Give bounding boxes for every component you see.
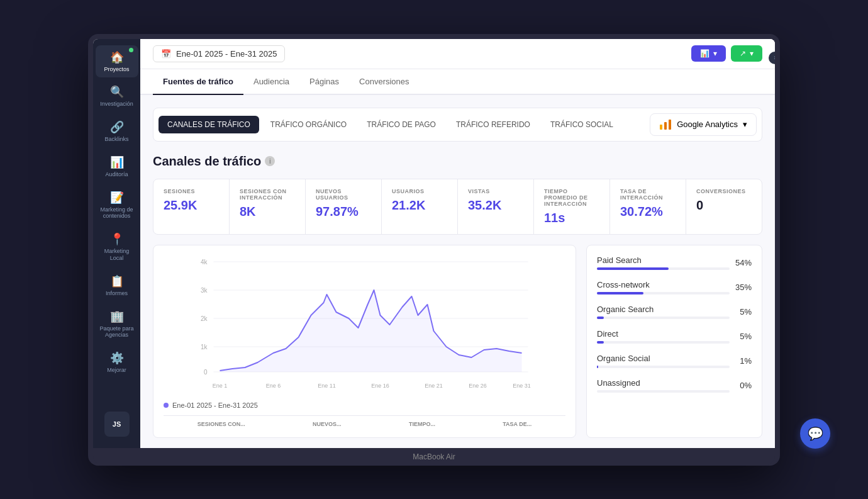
metric-tiempo-label: TIEMPO PROMEDIO DE INTERACCIÓN bbox=[544, 188, 599, 207]
col-tasa: TASA DE... bbox=[503, 421, 531, 427]
chart-icon: 📊 bbox=[700, 49, 709, 58]
metrics-row: SESIONES 25.9K SESIONES CON INTERACCIÓN … bbox=[153, 179, 762, 235]
legend-direct-name: Direct bbox=[597, 329, 730, 339]
legend-paid-search-name: Paid Search bbox=[597, 255, 730, 265]
metric-conversiones-label: CONVERSIONES bbox=[696, 188, 752, 194]
metric-nuevos-usuarios: NUEVOS USUARIOS 97.87% bbox=[306, 179, 382, 234]
home-icon: 🏠 bbox=[110, 50, 124, 64]
analytics-button[interactable]: 📊 ▾ bbox=[691, 45, 726, 62]
sidebar-item-paquete-agencias[interactable]: 🏢 Paquete para Agencias bbox=[96, 305, 138, 344]
tab-fuentes-trafico[interactable]: Fuentes de tráfico bbox=[153, 69, 243, 95]
svg-text:Ene 6: Ene 6 bbox=[266, 383, 281, 389]
metric-tiempo-promedio: TIEMPO PROMEDIO DE INTERACCIÓN 11s bbox=[534, 179, 610, 234]
metric-sesiones-value: 25.9K bbox=[164, 198, 219, 213]
metric-sesiones-interaccion-label: SESIONES CON INTERACCIÓN bbox=[240, 188, 295, 201]
legend-organic-social-bar-wrap bbox=[597, 366, 730, 368]
chart-section: 4k 3k 2k 1k 0 Ene 1 Ene 6 Ene 11 Ene 16 bbox=[153, 245, 762, 438]
share-button[interactable]: ↗ ▾ bbox=[731, 45, 762, 62]
svg-text:0: 0 bbox=[204, 369, 208, 376]
svg-text:1k: 1k bbox=[201, 344, 208, 350]
legend-cross-network-name: Cross-network bbox=[597, 280, 730, 289]
analytics-btn-chevron: ▾ bbox=[713, 49, 717, 58]
metric-sesiones-label: SESIONES bbox=[164, 188, 219, 194]
link-icon: 🔗 bbox=[110, 120, 124, 134]
bottom-table-headers: SESIONES CON... NUEVOS... TIEMPO... TASA… bbox=[164, 415, 565, 427]
legend-direct-pct: 5% bbox=[730, 332, 752, 341]
info-icon[interactable]: i bbox=[265, 156, 275, 166]
legend-paid-search: Paid Search 54% bbox=[597, 255, 752, 270]
legend-cross-network-bar bbox=[597, 292, 643, 294]
legend-paid-search-bar-wrap bbox=[597, 267, 730, 270]
filter-tabs: CANALES DE TRÁFICO TRÁFICO ORGÁNICO TRÁF… bbox=[159, 116, 622, 133]
col-nuevos: NUEVOS... bbox=[313, 421, 342, 427]
legend-organic-social-bar bbox=[597, 366, 598, 368]
sidebar-item-marketing-contenidos[interactable]: 📝 Marketing de contenidos bbox=[96, 186, 138, 225]
svg-text:Ene 1: Ene 1 bbox=[213, 383, 228, 389]
legend-organic-search-name: Organic Search bbox=[597, 305, 730, 314]
sidebar-item-informes[interactable]: 📋 Informes bbox=[96, 269, 138, 302]
sidebar-item-investigacion[interactable]: 🔍 Investigación bbox=[96, 80, 138, 113]
location-icon: 📍 bbox=[110, 232, 124, 246]
metric-usuarios: USUARIOS 21.2K bbox=[382, 179, 458, 234]
filter-trafico-pago[interactable]: TRÁFICO DE PAGO bbox=[358, 116, 445, 133]
search-icon: 🔍 bbox=[110, 85, 124, 99]
sidebar: 🏠 Proyectos 🔍 Investigación 🔗 Backlinks … bbox=[93, 39, 140, 448]
sidebar-item-backlinks[interactable]: 🔗 Backlinks bbox=[96, 115, 138, 148]
analytics-selector-label: Google Analytics bbox=[677, 120, 738, 129]
sidebar-item-proyectos[interactable]: 🏠 Proyectos bbox=[96, 45, 138, 78]
js-badge[interactable]: JS bbox=[104, 412, 130, 437]
svg-text:3k: 3k bbox=[201, 287, 208, 294]
svg-rect-1 bbox=[664, 122, 667, 130]
analytics-selector[interactable]: Google Analytics ▾ bbox=[650, 113, 757, 136]
filter-trafico-social[interactable]: TRÁFICO SOCIAL bbox=[542, 116, 622, 133]
metric-sesiones-interaccion: SESIONES CON INTERACCIÓN 8K bbox=[230, 179, 306, 234]
legend-organic-social-pct: 1% bbox=[730, 356, 752, 366]
legend-direct: Direct 5% bbox=[597, 329, 752, 344]
sidebar-label-marketing-contenidos: Marketing de contenidos bbox=[99, 206, 135, 220]
sidebar-label-marketing-local: Marketing Local bbox=[99, 248, 135, 262]
filter-trafico-referido[interactable]: TRÁFICO REFERIDO bbox=[447, 116, 539, 133]
metric-nuevos-value: 97.87% bbox=[316, 205, 371, 219]
col-tiempo: TIEMPO... bbox=[409, 421, 435, 427]
channels-legend: Paid Search 54% Cross-networ bbox=[586, 245, 762, 438]
metric-tiempo-value: 11s bbox=[544, 211, 599, 225]
audit-icon: 📊 bbox=[110, 155, 124, 169]
legend-cross-network: Cross-network 35% bbox=[597, 280, 752, 294]
sidebar-item-mejorar[interactable]: ⚙️ Mejorar bbox=[96, 346, 138, 379]
tab-conversiones[interactable]: Conversiones bbox=[349, 69, 420, 95]
legend-organic-search-left: Organic Search bbox=[597, 305, 730, 319]
legend-cross-network-left: Cross-network bbox=[597, 280, 730, 294]
legend-paid-search-pct: 54% bbox=[730, 258, 752, 267]
sidebar-collapse-button[interactable]: › bbox=[769, 52, 775, 64]
sidebar-item-marketing-local[interactable]: 📍 Marketing Local bbox=[96, 227, 138, 267]
metric-usuarios-value: 21.2K bbox=[392, 198, 447, 213]
sidebar-item-auditoria[interactable]: 📊 Auditoría bbox=[96, 150, 138, 183]
metric-vistas-label: VISTAS bbox=[468, 188, 523, 194]
metric-nuevos-label: NUEVOS USUARIOS bbox=[316, 188, 371, 201]
sidebar-label-backlinks: Backlinks bbox=[104, 136, 128, 143]
date-range-label: Ene-01 2025 - Ene-31 2025 bbox=[176, 49, 277, 59]
filter-trafico-organico[interactable]: TRÁFICO ORGÁNICO bbox=[262, 116, 355, 133]
svg-text:4k: 4k bbox=[201, 259, 208, 266]
date-range-selector[interactable]: 📅 Ene-01 2025 - Ene-31 2025 bbox=[153, 45, 285, 62]
legend-paid-search-bar bbox=[597, 267, 669, 270]
svg-rect-2 bbox=[669, 120, 671, 130]
tab-audiencia[interactable]: Audiencia bbox=[243, 69, 299, 95]
svg-text:2k: 2k bbox=[201, 315, 208, 322]
legend-unassigned-left: Unassigned bbox=[597, 378, 730, 393]
col-sesiones-con: SESIONES CON... bbox=[198, 421, 245, 427]
content-area: CANALES DE TRÁFICO TRÁFICO ORGÁNICO TRÁF… bbox=[140, 95, 775, 448]
legend-unassigned-bar-wrap bbox=[597, 390, 730, 393]
sidebar-label-investigacion: Investigación bbox=[100, 101, 133, 108]
legend-organic-search-pct: 5% bbox=[730, 307, 752, 317]
svg-marker-20 bbox=[220, 290, 522, 372]
filter-canales-trafico[interactable]: CANALES DE TRÁFICO bbox=[159, 116, 259, 133]
svg-text:Ene 16: Ene 16 bbox=[371, 383, 389, 389]
nav-tabs: Fuentes de tráfico Audiencia Páginas Con… bbox=[140, 69, 775, 95]
legend-unassigned: Unassigned 0% bbox=[597, 378, 752, 393]
legend-direct-bar-wrap bbox=[597, 341, 730, 344]
tab-paginas[interactable]: Páginas bbox=[299, 69, 349, 95]
sidebar-item-label: Proyectos bbox=[104, 66, 129, 73]
improve-icon: ⚙️ bbox=[110, 351, 124, 365]
report-icon: 📋 bbox=[110, 274, 124, 288]
